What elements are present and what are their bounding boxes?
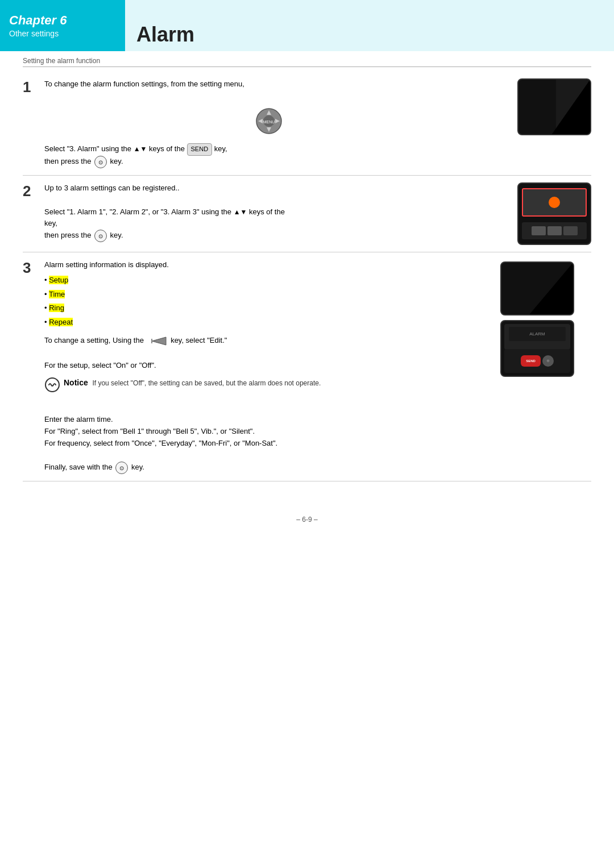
step3-setup-instruction: For the setup, select "On" or "Off". (44, 360, 493, 372)
step2-line1: Up to 3 alarm settings can be registered… (44, 182, 493, 194)
section-label: Setting the alarm function (23, 57, 591, 67)
time-label: Time (49, 290, 65, 298)
page-footer: – 6-9 – (0, 499, 614, 529)
arrow-up-down-icon: ▲▼ (134, 146, 147, 153)
step2-line2: Select "1. Alarm 1", "2. Alarm 2", or "3… (44, 206, 493, 218)
svg-text:MENU: MENU (263, 120, 275, 124)
notice-title-text: Notice (64, 378, 88, 387)
step3-phone-image-1 (500, 261, 574, 315)
chapter-block: Chapter 6 Other settings (0, 0, 125, 51)
page-number: – 6-9 – (296, 516, 317, 524)
bullet-repeat: • Repeat (44, 317, 493, 329)
ok-key-icon: ⊙ (94, 156, 107, 168)
step-3-body: Alarm setting information is displayed. … (44, 259, 500, 474)
step3-alarm-time: Enter the alarm time. (44, 414, 493, 426)
nav-key-icon: MENU (255, 107, 283, 135)
alarm-info-list: • Setup • Time • Ring • Repeat (44, 275, 493, 329)
page-header: Chapter 6 Other settings Alarm (0, 0, 614, 51)
step1-line1: To change the alarm function settings, f… (44, 78, 493, 90)
notice-icon (44, 377, 60, 398)
svg-point-7 (45, 378, 59, 392)
step-number-2: 2 (23, 182, 44, 245)
repeat-label: Repeat (49, 318, 73, 326)
step2-line4: then press the ⊙ key. (44, 230, 493, 242)
step3-frequency-options: For frequency, select from "Once", "Ever… (44, 438, 493, 450)
send-key-icon: SEND (187, 143, 213, 156)
step3-images: ALARM SEND ○ (500, 259, 591, 474)
step3-line1: Alarm setting information is displayed. (44, 259, 493, 271)
step2-line3: key, (44, 218, 493, 230)
step-2: 2 Up to 3 alarm settings can be register… (23, 176, 591, 252)
step3-save-instruction: Finally, save with the ⊙ key. (44, 462, 493, 474)
step-number-1: 1 (23, 78, 44, 168)
arrow-up-down-2-icon: ▲▼ (234, 208, 247, 216)
page-title: Alarm (136, 23, 194, 47)
step3-change-setting: To change a setting, Using the key, sele… (44, 334, 493, 348)
chapter-label: Chapter 6 (9, 13, 116, 28)
ring-label: Ring (49, 304, 64, 312)
step3-ring-options: For "Ring", select from "Bell 1" through… (44, 426, 493, 438)
step3-phone-image-2: ALARM SEND ○ (500, 320, 574, 377)
notice-wave-icon (44, 377, 60, 393)
step2-phone-image (517, 182, 591, 245)
cursor-key-icon (146, 334, 169, 348)
ok-key-2-icon: ⊙ (94, 230, 107, 242)
title-block: Alarm (125, 0, 614, 51)
main-content: Setting the alarm function 1 To change t… (0, 51, 614, 499)
step1-phone-image (517, 78, 591, 135)
step-1: 1 To change the alarm function settings,… (23, 72, 591, 176)
step-3: 3 Alarm setting information is displayed… (23, 252, 591, 481)
notice-box: Notice If you select "Off", the setting … (44, 376, 493, 398)
step1-line3: then press the ⊙ key. (44, 156, 493, 168)
notice-body-text: If you select "Off", the setting can be … (92, 379, 321, 387)
bullet-dot-3: • (44, 304, 49, 312)
bullet-ring: • Ring (44, 302, 493, 314)
setup-label: Setup (49, 276, 68, 284)
step2-image-container (500, 182, 591, 245)
ok-key-3-icon: ⊙ (115, 462, 128, 474)
step-number-3: 3 (23, 259, 44, 474)
chapter-subtitle: Other settings (9, 29, 116, 38)
bullet-dot-1: • (44, 276, 49, 284)
step-2-body: Up to 3 alarm settings can be registered… (44, 182, 500, 245)
bullet-setup: • Setup (44, 275, 493, 286)
bullet-dot-4: • (44, 318, 49, 326)
step1-image-container (500, 78, 591, 168)
bullet-dot-2: • (44, 290, 49, 298)
step1-line2: Select "3. Alarm" using the ▲▼ keys of t… (44, 143, 493, 156)
bullet-time: • Time (44, 289, 493, 301)
notice-content: Notice If you select "Off", the setting … (64, 376, 321, 389)
step-1-body: To change the alarm function settings, f… (44, 78, 500, 168)
